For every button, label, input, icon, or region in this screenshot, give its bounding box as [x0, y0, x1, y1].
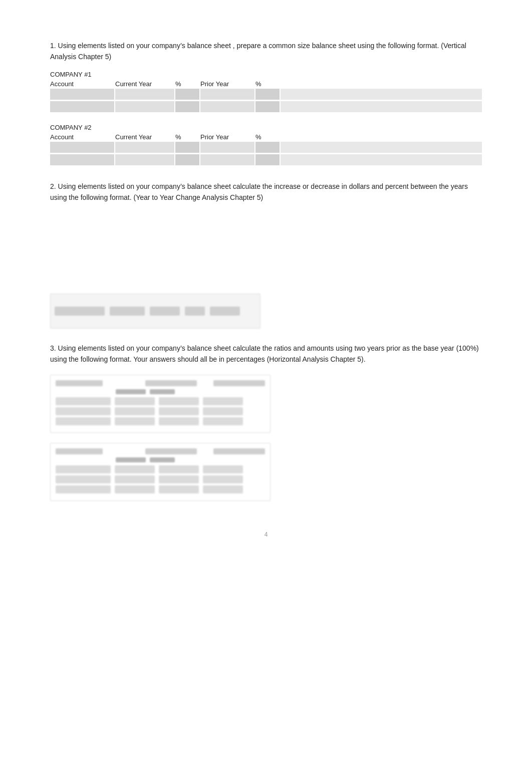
horiz-row-val1	[115, 407, 155, 415]
cell-cy	[115, 89, 175, 100]
company2-rows	[50, 142, 482, 167]
horiz-row-val2	[159, 485, 199, 493]
horiz-row-val2	[159, 465, 199, 473]
cell-cy	[115, 101, 175, 112]
horiz-cy-col-2	[145, 448, 197, 454]
blurred-col5	[210, 307, 240, 316]
company1-block: COMPANY #1 Account Current Year % Prior …	[50, 71, 482, 114]
horiz-row-val1	[115, 397, 155, 405]
horiz-row-val1	[115, 475, 155, 483]
page-number: 4	[50, 531, 482, 538]
header-pct2-c2: %	[255, 133, 281, 141]
horiz-label-col	[56, 380, 103, 386]
cell-pct1	[175, 142, 200, 153]
table-row	[50, 154, 482, 165]
header-cy-c2: Current Year	[115, 133, 175, 141]
horiz-row-label	[56, 465, 111, 473]
horiz-data-row	[56, 407, 265, 415]
header-py-c2: Prior Year	[200, 133, 255, 141]
cell-account	[50, 89, 115, 100]
cell-py	[200, 142, 255, 153]
question-2: 2. Using elements listed on your company…	[50, 181, 482, 329]
horiz-row-label	[56, 475, 111, 483]
horiz-row-val3	[203, 475, 243, 483]
horiz-row-label	[56, 485, 111, 493]
company1-label: COMPANY #1	[50, 71, 482, 78]
horiz-row-label	[56, 407, 111, 415]
horiz-sub-2	[116, 457, 265, 462]
header-pct1-c2: %	[175, 133, 200, 141]
cell-pct1	[175, 89, 200, 100]
company2-label: COMPANY #2	[50, 124, 482, 131]
horiz-data-row	[56, 417, 265, 425]
horiz-row-val3	[203, 417, 243, 425]
q3-text: 3. Using elements listed on your company…	[50, 343, 482, 365]
cell-account	[50, 154, 115, 165]
header-py-c1: Prior Year	[200, 80, 255, 88]
table-row	[50, 101, 482, 112]
horiz-row-label	[56, 397, 111, 405]
horiz-row-val1	[115, 465, 155, 473]
cell-pct2	[255, 89, 281, 100]
blurred-col1	[55, 307, 105, 316]
header-account-c2: Account	[50, 133, 115, 141]
horiz-data-row	[56, 475, 265, 483]
horiz-row-val3	[203, 397, 243, 405]
header-account-c1: Account	[50, 80, 115, 88]
horiz-py-col-2	[213, 448, 265, 454]
header-pct2-c1: %	[255, 80, 281, 88]
horiz-row-val1	[115, 417, 155, 425]
q1-text: 1. Using elements listed on your company…	[50, 40, 482, 63]
horiz-row-val3	[203, 485, 243, 493]
company1-header: Account Current Year % Prior Year %	[50, 80, 482, 88]
cell-cy	[115, 154, 175, 165]
blurred-col3	[150, 307, 180, 316]
cell-pct2	[255, 154, 281, 165]
horiz-sub-1	[116, 389, 265, 394]
horiz-row-val3	[203, 407, 243, 415]
table-row	[50, 142, 482, 153]
company2-header: Account Current Year % Prior Year %	[50, 133, 482, 141]
horiz-data-row	[56, 465, 265, 473]
header-cy-c1: Current Year	[115, 80, 175, 88]
question-1: 1. Using elements listed on your company…	[50, 40, 482, 167]
header-pct1-c1: %	[175, 80, 200, 88]
cell-pct1	[175, 101, 200, 112]
horizontal-table-2	[50, 443, 271, 501]
cell-pct2	[255, 142, 281, 153]
company1-rows	[50, 89, 482, 114]
blurred-col2	[110, 307, 145, 316]
horiz-header-1	[56, 380, 265, 386]
horiz-cy-col	[145, 380, 197, 386]
cell-pct1	[175, 154, 200, 165]
horiz-label-col-2	[56, 448, 103, 454]
cell-account	[50, 101, 115, 112]
horiz-data-row	[56, 397, 265, 405]
horiz-py-col	[213, 380, 265, 386]
horiz-data-row	[56, 485, 265, 493]
cell-py	[200, 89, 255, 100]
horiz-row-val2	[159, 417, 199, 425]
horiz-sub-cell-2	[150, 457, 175, 462]
question-3: 3. Using elements listed on your company…	[50, 343, 482, 501]
horiz-row-val2	[159, 407, 199, 415]
horiz-row-val2	[159, 397, 199, 405]
horiz-row-val2	[159, 475, 199, 483]
horiz-sub-cell	[150, 389, 175, 394]
horiz-row-val1	[115, 485, 155, 493]
table-row	[50, 89, 482, 100]
year-to-year-table	[50, 294, 260, 329]
cell-account	[50, 142, 115, 153]
company2-block: COMPANY #2 Account Current Year % Prior …	[50, 124, 482, 167]
cell-py	[200, 101, 255, 112]
q2-text: 2. Using elements listed on your company…	[50, 181, 482, 203]
horiz-sub-cell	[116, 389, 146, 394]
horiz-header-2	[56, 448, 265, 454]
horizontal-table-1	[50, 375, 271, 433]
horiz-sub-cell-2	[116, 457, 146, 462]
cell-pct2	[255, 101, 281, 112]
cell-cy	[115, 142, 175, 153]
blurred-col4	[185, 307, 205, 316]
horiz-row-val3	[203, 465, 243, 473]
cell-py	[200, 154, 255, 165]
